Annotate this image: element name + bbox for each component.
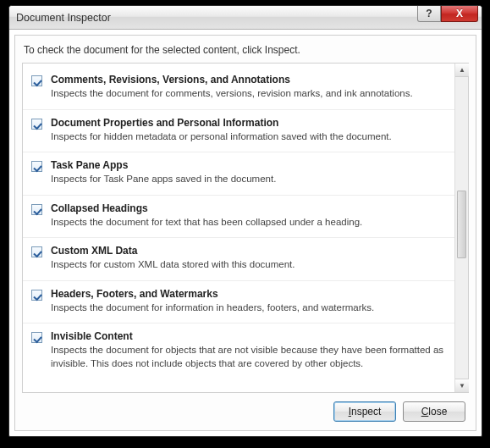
inspection-list-container: Comments, Revisions, Versions, and Annot… bbox=[22, 63, 469, 393]
inspection-item-desc: Inspects the document for objects that a… bbox=[51, 344, 448, 370]
inspection-item: Document Properties and Personal Informa… bbox=[23, 110, 454, 153]
inspection-item-body: Document Properties and Personal Informa… bbox=[51, 117, 448, 144]
scroll-down-button[interactable]: ▼ bbox=[455, 379, 469, 392]
inspection-item-title: Invisible Content bbox=[51, 330, 448, 342]
inspection-checkbox[interactable] bbox=[31, 75, 42, 86]
close-window-button[interactable]: X bbox=[441, 6, 478, 22]
inspection-item-desc: Inspects for custom XML data stored with… bbox=[51, 258, 448, 272]
inspection-checkbox[interactable] bbox=[31, 290, 42, 301]
inspection-item-title: Comments, Revisions, Versions, and Annot… bbox=[51, 74, 448, 86]
inspection-item-body: Comments, Revisions, Versions, and Annot… bbox=[51, 74, 448, 101]
inspection-list: Comments, Revisions, Versions, and Annot… bbox=[23, 64, 454, 392]
vertical-scrollbar[interactable]: ▲ ▼ bbox=[454, 64, 468, 392]
inspection-item: Task Pane AppsInspects for Task Pane app… bbox=[23, 152, 454, 196]
inspection-item: Headers, Footers, and WatermarksInspects… bbox=[23, 281, 454, 324]
inspection-item-body: Task Pane AppsInspects for Task Pane app… bbox=[51, 159, 448, 186]
titlebar-buttons: ? X bbox=[417, 6, 482, 29]
inspection-item-title: Document Properties and Personal Informa… bbox=[51, 117, 448, 129]
inspection-item-desc: Inspects the document for comments, vers… bbox=[51, 87, 448, 101]
inspection-checkbox[interactable] bbox=[31, 119, 42, 130]
inspection-checkbox[interactable] bbox=[31, 332, 42, 343]
inspection-item-body: Collapsed HeadingsInspects the document … bbox=[51, 202, 448, 230]
instruction-text: To check the document for the selected c… bbox=[15, 36, 476, 63]
inspection-item: Custom XML DataInspects for custom XML d… bbox=[23, 238, 454, 281]
inspection-item-desc: Inspects the document for information in… bbox=[51, 301, 448, 315]
client-area: To check the document for the selected c… bbox=[14, 35, 476, 431]
close-button[interactable]: Close bbox=[403, 401, 465, 422]
inspection-item-title: Custom XML Data bbox=[51, 245, 448, 257]
inspection-item: Comments, Revisions, Versions, and Annot… bbox=[23, 67, 454, 110]
inspection-item-desc: Inspects for hidden metadata or personal… bbox=[51, 130, 448, 144]
window-title: Document Inspector bbox=[16, 12, 417, 24]
scroll-up-button[interactable]: ▲ bbox=[455, 64, 469, 77]
inspection-item-body: Custom XML DataInspects for custom XML d… bbox=[51, 245, 448, 272]
inspection-checkbox[interactable] bbox=[31, 246, 42, 257]
inspect-button[interactable]: Inspect bbox=[333, 401, 396, 422]
inspection-item: Collapsed HeadingsInspects the document … bbox=[23, 196, 454, 239]
dialog-buttons: Inspect Close bbox=[333, 401, 465, 422]
scroll-thumb[interactable] bbox=[457, 191, 466, 258]
inspection-checkbox[interactable] bbox=[31, 161, 42, 172]
inspection-item-title: Collapsed Headings bbox=[51, 202, 448, 214]
titlebar: Document Inspector ? X bbox=[9, 6, 482, 30]
inspection-item-title: Task Pane Apps bbox=[51, 159, 448, 171]
inspection-checkbox[interactable] bbox=[31, 204, 42, 215]
inspection-item-desc: Inspects the document for text that has … bbox=[51, 216, 448, 230]
inspection-item: Invisible ContentInspects the document f… bbox=[23, 324, 454, 379]
help-button[interactable]: ? bbox=[417, 6, 441, 22]
inspection-item-body: Headers, Footers, and WatermarksInspects… bbox=[51, 288, 448, 315]
inspection-item-desc: Inspects for Task Pane apps saved in the… bbox=[51, 173, 448, 186]
inspection-item-body: Invisible ContentInspects the document f… bbox=[51, 330, 448, 370]
inspection-item-title: Headers, Footers, and Watermarks bbox=[51, 288, 448, 300]
document-inspector-dialog: Document Inspector ? X To check the docu… bbox=[8, 5, 482, 437]
